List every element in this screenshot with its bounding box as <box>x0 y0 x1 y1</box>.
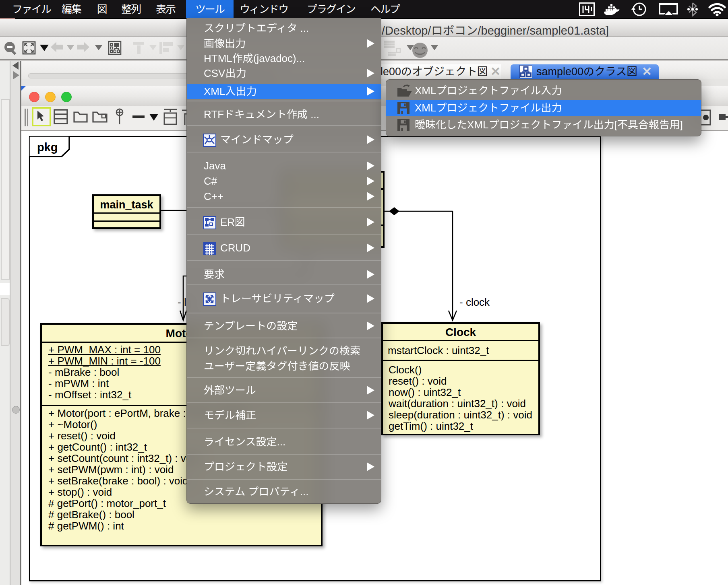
svg-text:pkg: pkg <box>37 141 58 154</box>
